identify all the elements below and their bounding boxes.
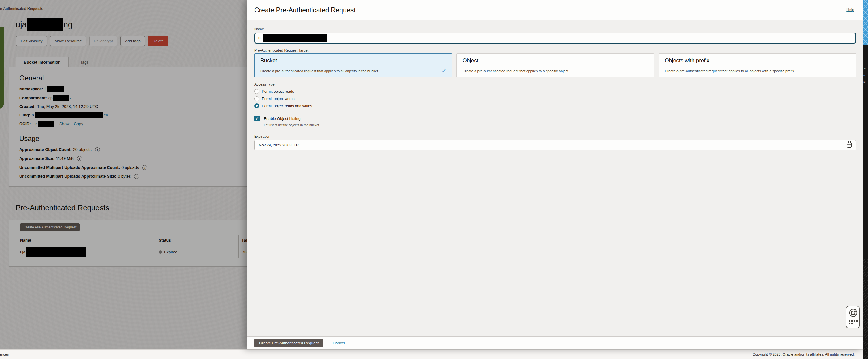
checkbox-helper-text: Let users list the objects in the bucket… <box>264 123 320 127</box>
drawer-title: Create Pre-Authenticated Request <box>254 6 356 14</box>
sliver-text: 1: <box>863 80 866 83</box>
dots-grid-icon <box>849 320 858 324</box>
life-ring-icon <box>848 308 858 318</box>
name-label: Name <box>254 27 264 31</box>
card-description: Create a pre-authenticated request that … <box>463 69 569 73</box>
checkbox-label: Enable Object Listing <box>264 116 301 121</box>
name-input[interactable]: u <box>254 33 856 43</box>
card-description: Create a pre-authenticated request that … <box>665 69 795 73</box>
radio-icon <box>254 96 259 101</box>
target-card-group: Bucket Create a pre-authenticated reques… <box>254 53 856 77</box>
card-title: Objects with prefix <box>665 57 850 64</box>
drawer-footer: Create Pre-Authenticated Request Cancel <box>247 336 863 350</box>
radio-permit-reads[interactable]: Permit object reads <box>254 88 294 94</box>
redaction <box>262 34 327 42</box>
expiration-value: Nov 29, 2023 20:03 UTC <box>259 143 300 147</box>
access-type-label: Access Type <box>254 82 275 86</box>
card-title: Bucket <box>260 57 446 64</box>
check-icon: ✓ <box>441 67 446 74</box>
create-par-drawer: Create Pre-Authenticated Request Help Na… <box>247 0 863 350</box>
radio-icon-selected <box>254 103 259 108</box>
expiration-label: Expiration <box>254 134 271 139</box>
footer-left-partial[interactable]: ences <box>0 350 9 359</box>
page-footer: ences Copyright © 2023, Oracle and/or it… <box>0 350 863 359</box>
drawer-header: Create Pre-Authenticated Request Help <box>247 0 863 20</box>
adjacent-window-sliver: :B n 1: <box>863 0 868 359</box>
calendar-icon[interactable] <box>847 143 851 148</box>
radio-permit-reads-writes[interactable]: Permit object reads and writes <box>254 103 312 109</box>
cancel-link[interactable]: Cancel <box>333 341 345 345</box>
radio-label: Permit object reads <box>262 89 294 94</box>
create-par-submit-button[interactable]: Create Pre-Authenticated Request <box>254 338 323 348</box>
screen: e-Authenticated Requests uja ng Edit Vis… <box>0 0 868 359</box>
sliver-text: n <box>863 74 865 77</box>
checkbox-checked-icon: ✓ <box>254 116 260 121</box>
sliver-text: :B <box>863 67 866 70</box>
help-link[interactable]: Help <box>846 7 854 12</box>
card-description: Create a pre-authenticated request that … <box>260 69 379 73</box>
card-title: Object <box>463 57 648 64</box>
blue-diamond-decoration <box>863 0 868 44</box>
radio-icon <box>254 89 259 94</box>
radio-label: Permit object reads and writes <box>262 104 312 108</box>
radio-permit-writes[interactable]: Permit object writes <box>254 96 294 101</box>
enable-object-listing-checkbox[interactable]: ✓ Enable Object Listing <box>254 116 301 121</box>
radio-label: Permit object writes <box>262 96 294 101</box>
help-launcher-widget[interactable] <box>846 306 860 328</box>
target-card-objects-with-prefix[interactable]: Objects with prefix Create a pre-authent… <box>659 53 856 77</box>
copyright-text: Copyright © 2023, Oracle and/or its affi… <box>752 350 855 359</box>
teal-image-sliver <box>863 259 868 359</box>
target-card-bucket[interactable]: Bucket Create a pre-authenticated reques… <box>254 53 452 77</box>
name-value-prefix: u <box>258 36 260 40</box>
expiration-input[interactable]: Nov 29, 2023 20:03 UTC <box>254 140 856 150</box>
target-card-object[interactable]: Object Create a pre-authenticated reques… <box>457 53 654 77</box>
target-label: Pre-Authenticated Request Target <box>254 49 308 53</box>
